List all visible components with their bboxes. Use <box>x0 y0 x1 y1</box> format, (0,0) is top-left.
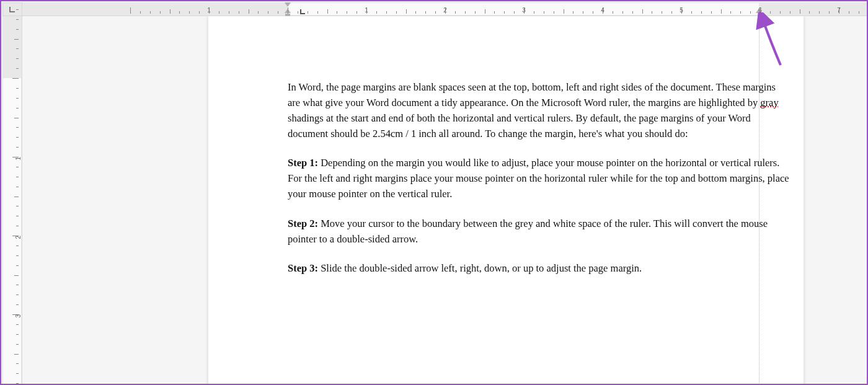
h-ruler-tick <box>819 11 820 14</box>
h-ruler-number: 4 <box>601 7 604 14</box>
h-ruler-tick <box>849 11 849 14</box>
h-ruler-number: 1 <box>365 7 368 14</box>
v-ruler-tick <box>16 294 19 295</box>
step-1-paragraph[interactable]: Step 1: Depending on the margin you woul… <box>288 155 790 201</box>
v-ruler-tick <box>16 48 19 49</box>
h-ruler-tick <box>288 7 288 14</box>
h-ruler-tick <box>711 11 712 14</box>
v-ruler-tick <box>16 206 19 206</box>
v-ruler-tick <box>16 58 19 59</box>
h-ruler-tick <box>829 11 830 14</box>
v-ruler-tick <box>16 19 19 20</box>
v-ruler-tick <box>14 354 19 355</box>
h-ruler-number: 5 <box>680 7 683 14</box>
h-ruler-tick <box>435 11 436 14</box>
tab-selector[interactable] <box>2 2 22 16</box>
h-ruler-tick <box>356 11 357 14</box>
v-ruler-tick <box>16 127 19 128</box>
h-ruler-tick <box>514 11 515 14</box>
h-ruler-tick <box>485 9 485 14</box>
h-ruler-tick <box>652 11 652 14</box>
h-ruler-tick <box>554 11 554 14</box>
h-ruler-tick <box>780 11 781 14</box>
v-ruler-tick <box>16 373 19 374</box>
h-ruler-number: 7 <box>837 7 841 14</box>
v-ruler-tick <box>16 226 19 226</box>
step-1-text: Depending on the margin you would like t… <box>288 157 789 200</box>
v-ruler-tick <box>16 147 19 148</box>
h-ruler-tick <box>219 11 219 14</box>
v-ruler-tick <box>16 344 19 345</box>
v-ruler-tick <box>16 9 19 10</box>
h-ruler-number: 2 <box>443 7 447 14</box>
h-ruler-number: 3 <box>522 7 526 14</box>
v-ruler-tick <box>16 334 19 335</box>
step-3-paragraph[interactable]: Step 3: Slide the double-sided arrow lef… <box>288 260 790 276</box>
h-ruler-tick <box>564 9 564 14</box>
horizontal-ruler[interactable]: 11234567 <box>22 2 867 16</box>
v-ruler-tick <box>16 88 19 89</box>
h-ruler-tick <box>415 11 416 14</box>
h-ruler-tick <box>317 11 318 14</box>
h-ruler-tick <box>701 11 702 14</box>
h-ruler-tick <box>239 11 239 14</box>
h-ruler-tick <box>750 11 751 14</box>
h-ruler-tick <box>140 11 141 14</box>
h-ruler-tick <box>386 11 387 14</box>
step-2-text: Move your cursor to the boundary between… <box>288 218 768 245</box>
v-ruler-tick <box>16 108 19 108</box>
h-ruler-tick <box>494 11 495 14</box>
intro-paragraph[interactable]: In Word, the page margins are blank spac… <box>288 79 790 141</box>
h-ruler-tick <box>691 11 692 14</box>
v-ruler-tick <box>16 285 19 285</box>
h-ruler-tick <box>809 11 810 14</box>
h-ruler-tick <box>504 11 505 14</box>
h-ruler-tick <box>455 11 456 14</box>
v-ruler-tick <box>14 118 19 118</box>
h-ruler-tick <box>347 11 347 14</box>
h-ruler-tick <box>740 11 741 14</box>
h-ruler-tick <box>170 9 170 14</box>
v-ruler-tick <box>16 383 19 384</box>
spellcheck-underline[interactable]: gray <box>760 97 778 108</box>
h-ruler-tick <box>730 11 731 14</box>
h-ruler-tick <box>425 11 426 14</box>
h-ruler-tick <box>308 11 308 14</box>
h-ruler-tick <box>268 11 268 14</box>
h-ruler-tick <box>544 11 544 14</box>
v-ruler-number: 1 <box>16 157 22 161</box>
h-ruler-tick <box>258 11 259 14</box>
v-ruler-tick <box>16 98 19 99</box>
step-1-label: Step 1: <box>288 157 318 169</box>
v-ruler-tick <box>14 197 19 197</box>
h-ruler-tick <box>465 11 466 14</box>
h-ruler-number: 1 <box>207 7 211 14</box>
vertical-ruler[interactable]: 123 <box>2 16 22 384</box>
h-ruler-tick <box>298 11 298 14</box>
v-ruler-tick <box>16 29 19 30</box>
first-line-indent-marker[interactable] <box>285 2 291 7</box>
h-ruler-tick <box>396 11 397 14</box>
step-3-text: Slide the double-sided arrow left, right… <box>318 262 642 274</box>
h-ruler-tick <box>130 7 131 14</box>
v-ruler-editable-region <box>3 78 21 385</box>
document-page[interactable]: In Word, the page margins are blank spac… <box>208 16 804 384</box>
document-body[interactable]: In Word, the page margins are blank spac… <box>288 79 790 290</box>
h-ruler-tick <box>671 11 672 14</box>
step-2-label: Step 2: <box>288 218 318 229</box>
h-ruler-tick <box>160 11 161 14</box>
h-ruler-tick <box>406 9 407 14</box>
h-ruler-number: 6 <box>758 7 762 14</box>
h-ruler-tick <box>327 9 328 14</box>
h-ruler-tick <box>199 11 200 14</box>
v-ruler-number: 2 <box>16 236 22 239</box>
tab-stop-marker[interactable] <box>300 9 305 14</box>
h-ruler-tick <box>622 11 623 14</box>
step-2-paragraph[interactable]: Step 2: Move your cursor to the boundary… <box>288 216 790 247</box>
h-ruler-tick <box>189 11 190 14</box>
h-ruler-tick <box>278 11 278 14</box>
h-ruler-tick <box>376 11 377 14</box>
document-workspace: In Word, the page margins are blank spac… <box>22 16 867 384</box>
step-3-label: Step 3: <box>288 262 318 274</box>
v-ruler-tick <box>16 324 19 325</box>
